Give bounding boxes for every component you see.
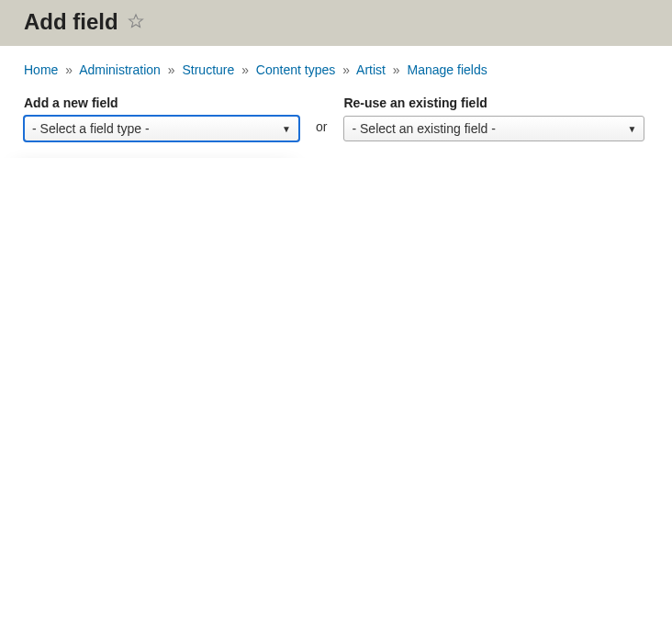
breadcrumb-link-manage-fields[interactable]: Manage fields xyxy=(408,62,487,77)
chevron-down-icon: ▼ xyxy=(282,124,291,134)
existing-field-select[interactable]: - Select an existing field - ▼ xyxy=(343,116,644,141)
add-new-field-label: Add a new field xyxy=(24,95,299,110)
reuse-field-label: Re-use an existing field xyxy=(343,95,644,110)
star-icon[interactable] xyxy=(128,9,144,35)
breadcrumb-link-content-types[interactable]: Content types xyxy=(256,62,335,77)
add-new-field-block: Add a new field - Select a field type - … xyxy=(24,95,299,141)
or-separator: or xyxy=(316,95,327,134)
page-title: Add field xyxy=(24,9,672,35)
fields-row: Add a new field - Select a field type - … xyxy=(24,95,648,141)
breadcrumb-link-structure[interactable]: Structure xyxy=(182,62,234,77)
breadcrumb-sep: » xyxy=(342,62,350,77)
reuse-field-block: Re-use an existing field - Select an exi… xyxy=(343,95,644,141)
existing-field-selected: - Select an existing field - xyxy=(352,121,495,136)
chevron-down-icon: ▼ xyxy=(628,124,637,134)
breadcrumb-sep: » xyxy=(393,62,400,77)
field-type-selected: - Select a field type - xyxy=(32,121,150,136)
breadcrumb-sep: » xyxy=(168,62,175,77)
breadcrumb-sep: » xyxy=(241,62,249,77)
breadcrumb-link-administration[interactable]: Administration xyxy=(79,62,161,77)
breadcrumb-link-home[interactable]: Home xyxy=(24,62,58,77)
page-title-text: Add field xyxy=(24,9,118,35)
page-header: Add field xyxy=(0,0,672,46)
breadcrumb: Home » Administration » Structure » Cont… xyxy=(24,62,648,77)
field-type-select[interactable]: - Select a field type - ▼ xyxy=(24,116,299,141)
breadcrumb-sep: » xyxy=(65,62,73,77)
svg-marker-0 xyxy=(129,15,142,28)
content-area: Home » Administration » Structure » Cont… xyxy=(0,46,672,158)
breadcrumb-link-artist[interactable]: Artist xyxy=(356,62,386,77)
